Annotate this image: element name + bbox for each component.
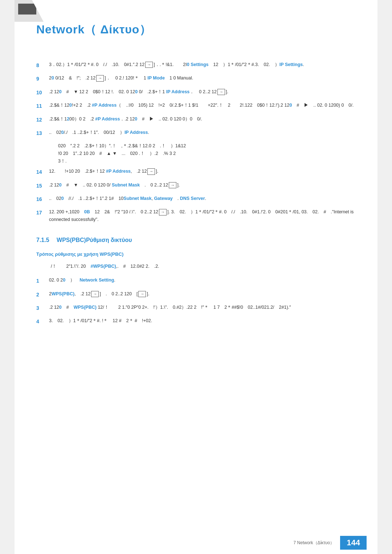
wps-item-number-4: 4	[36, 317, 49, 325]
corner-inner	[18, 4, 36, 15]
page-container: Network（ Δίκτυο） 8 3．02.）1＊/01/″2＊#. 0 /…	[15, 0, 377, 554]
item-text-15: .2 120 # ▼ .. 02. 0 120 0/ Subnet Mask .…	[49, 181, 356, 189]
corner-decoration	[15, 0, 44, 22]
subsection-number: 7.1.5	[36, 237, 49, 243]
item-text-14: 12. !+10 20 .2.$+！12 #P Address, .2 12→]…	[49, 168, 356, 175]
list-item: 10 .2 120 # ▼ 12 2 0$0！12 !. 02. 0 120 0…	[36, 88, 356, 97]
intro-text: /！ 2″1.\"/. 20 #WPS(PBC),. # 12.0#2 2. .…	[36, 263, 356, 270]
title-text: Network	[36, 23, 85, 36]
list-item: 9 20 0/12 & !″; .2 12→]． 0 2.! 120!＊ 1 I…	[36, 74, 356, 83]
wps-item-number-1: 1	[36, 276, 49, 285]
list-item: 4 3. 02. ）1＊/01/″2＊#. !＊ 12 # 2＊ # !+02.	[36, 317, 356, 325]
subsection-title: 7.1.5 WPS(PBC)Ρύθμιση δικτύου	[36, 237, 356, 244]
item-text-17: 12. 200 +,1020 0B 12 2& !″2 ″10 /.\". 0 …	[49, 208, 356, 223]
section-main: 8 3．02.）1＊/01/″2＊#. 0 /./ .10. 0#1.″.2 1…	[36, 61, 356, 223]
item-number-15: 15	[36, 181, 49, 190]
item-text-13: .. 020/./ .1 ..2.$+！1″. 00/12 ）IP Addres…	[49, 129, 356, 136]
wps-item-number-2: 2	[36, 290, 49, 299]
item-number-12: 12	[36, 115, 49, 124]
wps-item-number-3: 3	[36, 304, 49, 312]
indent-block-13: 020 ″.2 2 .2.$+！10）″.！ ,＊.2.$&！12.0 2 .！…	[36, 142, 356, 165]
item-number-9: 9	[36, 74, 49, 83]
list-item: 13 .. 020/./ .1 ..2.$+！1″. 00/12 ）IP Add…	[36, 129, 356, 137]
wps-item-text-4: 3. 02. ）1＊/01/″2＊#. !＊ 12 # 2＊ # !+02.	[49, 317, 356, 325]
item-number-17: 17	[36, 208, 49, 217]
item-text-8: 3．02.）1＊/01/″2＊#. 0 /./ .10. 0#1.″.2 12→…	[49, 61, 356, 69]
item-number-14: 14	[36, 168, 49, 176]
footer-bar: 7 Network（Δίκτυο） 144	[15, 532, 377, 554]
item-number-16: 16	[36, 195, 49, 203]
list-item: 11 .2.$&！120!+2 2 .2 #P Address（ ..!/0 1…	[36, 102, 356, 110]
footer-label: 7 Network（Δίκτυο）	[294, 540, 335, 546]
title-greek: Δίκτυο	[100, 23, 139, 36]
wps-subtitle: Τρόπος ρύθμισης με χρήση WPS(PBC)	[36, 251, 356, 257]
list-item: 14 12. !+10 20 .2.$+！12 #P Address, .2 1…	[36, 168, 356, 176]
item-number-8: 8	[36, 61, 49, 69]
wps-item-text-3: .2 120 # WPS(PBC) 12/！ 2 1.″0 2P″0 2+. !…	[49, 304, 356, 311]
subsection-wps: WPS(PBC)	[57, 237, 86, 243]
indent-line-1: 020 ″.2 2 .2.$+！10）″.！ ,＊.2.$&！12.0 2 .！…	[58, 142, 356, 150]
item-text-12: .2.$&！1200）0 2 .2 #P Address．.2 120 # ▶ …	[49, 115, 356, 123]
list-item: 8 3．02.）1＊/01/″2＊#. 0 /./ .10. 0#1.″.2 1…	[36, 61, 356, 69]
list-item: 15 .2 120 # ▼ .. 02. 0 120 0/ Subnet Mas…	[36, 181, 356, 190]
list-item: 12 .2.$&！1200）0 2 .2 #P Address．.2 120 #…	[36, 115, 356, 124]
indent-line-3: 3！.	[58, 157, 356, 165]
indent-line-2: !0 20 1″..2 10 20 # ▲ ▼ ... 020 .！ ）.2 .…	[58, 150, 356, 157]
list-item: 16 .. 020 //./ .1 ..2.$+！1″.2 1# 10Subne…	[36, 195, 356, 203]
subsection-greek: Ρύθμιση δικτύου	[86, 237, 132, 243]
list-item: 3 .2 120 # WPS(PBC) 12/！ 2 1.″0 2P″0 2+.…	[36, 304, 356, 312]
item-text-11: .2.$&！120!+2 2 .2 #P Address（ ..!/0 105)…	[49, 102, 356, 109]
item-number-10: 10	[36, 88, 49, 97]
page-number: 144	[340, 536, 367, 550]
item-number-13: 13	[36, 129, 49, 137]
wps-item-text-2: 2WPS(PBC), .2 12→] . 0 2..2 120 [→].	[49, 290, 356, 298]
list-item: 1 02. 0 20 ） Network Setting.	[36, 276, 356, 285]
item-number-11: 11	[36, 102, 49, 110]
page-title: Network（ Δίκτυο）	[36, 22, 356, 38]
section-wps: 1 02. 0 20 ） Network Setting. 2 2WPS(PBC…	[36, 276, 356, 326]
item-text-9: 20 0/12 & !″; .2 12→]． 0 2.! 120!＊ 1 IP …	[49, 74, 356, 82]
wps-item-text-1: 02. 0 20 ） Network Setting.	[49, 276, 356, 284]
item-text-16: .. 020 //./ .1 ..2.$+！1″.2 1# 10Subnet M…	[49, 195, 356, 202]
list-item: 2 2WPS(PBC), .2 12→] . 0 2..2 120 [→].	[36, 290, 356, 299]
item-text-10: .2 120 # ▼ 12 2 0$0！12 !. 02. 0 120 0/ .…	[49, 88, 356, 96]
list-item: 17 12. 200 +,1020 0B 12 2& !″2 ″10 /.\".…	[36, 208, 356, 223]
